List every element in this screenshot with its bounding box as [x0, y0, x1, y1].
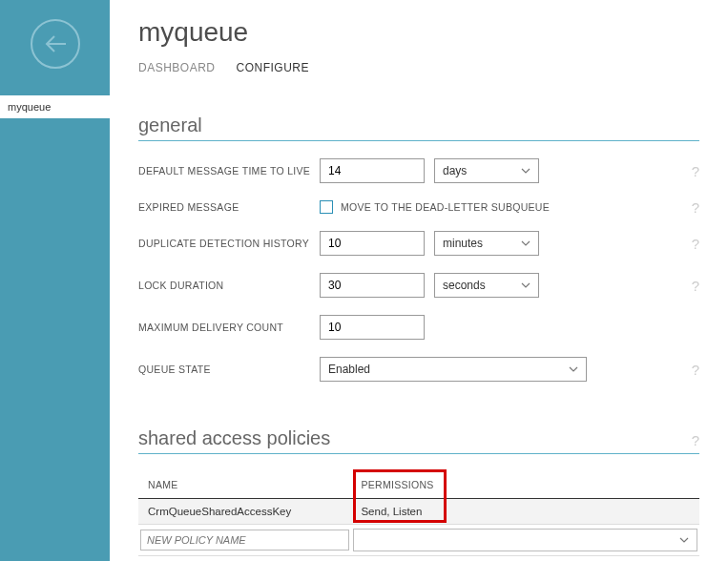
- sidebar-item-myqueue[interactable]: myqueue: [0, 95, 110, 118]
- back-button[interactable]: [31, 19, 80, 69]
- help-icon[interactable]: ?: [692, 278, 699, 294]
- chevron-down-icon: [521, 282, 530, 288]
- col-name: NAME: [138, 471, 351, 499]
- tab-dashboard[interactable]: DASHBOARD: [138, 61, 216, 74]
- input-maxdel-value[interactable]: [320, 315, 425, 340]
- tabs: DASHBOARD CONFIGURE: [138, 61, 699, 74]
- label-ttl: DEFAULT MESSAGE TIME TO LIVE: [138, 165, 320, 177]
- cell-policy-permissions: Send, Listen: [351, 499, 699, 525]
- chevron-down-icon: [521, 240, 530, 246]
- label-maxdel: MAXIMUM DELIVERY COUNT: [138, 322, 320, 333]
- checkbox-deadletter[interactable]: [320, 200, 333, 214]
- help-icon[interactable]: ?: [692, 236, 699, 252]
- input-lock-value[interactable]: [320, 273, 425, 298]
- select-ttl-unit-value: days: [443, 164, 467, 177]
- label-expired: EXPIRED MESSAGE: [138, 201, 320, 213]
- input-new-policy-name[interactable]: [140, 530, 349, 551]
- chevron-down-icon: [521, 168, 530, 174]
- checkbox-deadletter-label: MOVE TO THE DEAD-LETTER SUBQUEUE: [341, 201, 550, 213]
- cell-policy-name: CrmQueueSharedAccessKey: [138, 499, 351, 525]
- chevron-down-icon: [569, 366, 578, 372]
- chevron-down-icon: [679, 537, 689, 543]
- section-title-policies: shared access policies: [138, 427, 330, 449]
- help-icon[interactable]: ?: [692, 432, 699, 448]
- section-title-general: general: [138, 114, 699, 136]
- label-lock: LOCK DURATION: [138, 280, 320, 291]
- select-new-policy-permissions[interactable]: [353, 529, 697, 551]
- section-rule: [138, 453, 699, 454]
- input-dup-value[interactable]: [320, 231, 425, 256]
- table-row-new: [138, 525, 699, 556]
- help-icon[interactable]: ?: [692, 362, 699, 378]
- input-ttl-value[interactable]: [320, 158, 425, 183]
- label-dup: DUPLICATE DETECTION HISTORY: [138, 238, 320, 249]
- table-row[interactable]: CrmQueueSharedAccessKey Send, Listen: [138, 499, 699, 525]
- tab-configure[interactable]: CONFIGURE: [237, 61, 310, 74]
- select-dup-unit-value: minutes: [443, 237, 483, 250]
- select-queue-state[interactable]: Enabled: [320, 357, 587, 382]
- page-title: myqueue: [138, 17, 699, 48]
- section-rule: [138, 140, 699, 141]
- select-lock-unit-value: seconds: [443, 279, 486, 292]
- select-ttl-unit[interactable]: days: [434, 158, 539, 183]
- policies-table: NAME PERMISSIONS CrmQueueSharedAccessKey…: [138, 471, 699, 556]
- arrow-left-icon: [43, 34, 68, 53]
- sidebar: myqueue: [0, 0, 110, 561]
- col-permissions: PERMISSIONS: [351, 471, 699, 499]
- help-icon[interactable]: ?: [692, 163, 699, 179]
- select-queue-state-value: Enabled: [328, 363, 370, 376]
- help-icon[interactable]: ?: [692, 199, 699, 216]
- label-qstate: QUEUE STATE: [138, 364, 320, 375]
- main-content: myqueue DASHBOARD CONFIGURE general DEFA…: [110, 0, 728, 561]
- select-lock-unit[interactable]: seconds: [434, 273, 539, 298]
- select-dup-unit[interactable]: minutes: [434, 231, 539, 256]
